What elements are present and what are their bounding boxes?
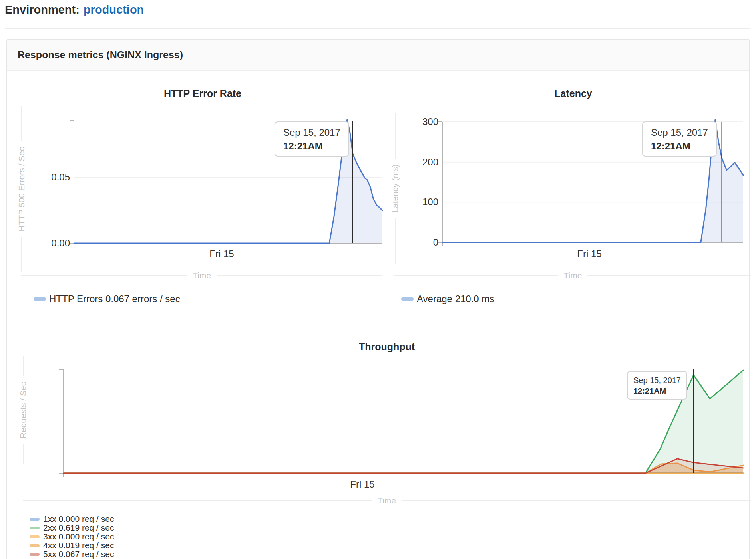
legend-swatch <box>30 544 40 547</box>
chart-http-error-rate: HTTP Error Rate HTTP 500 Errors / Sec Se… <box>17 77 388 320</box>
tooltip-time: 12:21AM <box>283 141 340 152</box>
hover-tooltip: Sep 15, 2017 12:21AM <box>627 371 687 400</box>
legend-swatch <box>30 553 40 556</box>
page-title: Environment:production <box>5 3 144 16</box>
throughput-plot[interactable] <box>17 336 756 559</box>
latency-plot[interactable] <box>390 77 756 320</box>
tooltip-date: Sep 15, 2017 <box>651 127 708 138</box>
legend-row: 2xx 0.619 req / sec <box>30 523 114 532</box>
legend-swatch <box>30 518 40 521</box>
tooltip-time: 12:21AM <box>651 141 708 152</box>
tooltip-time: 12:21AM <box>633 387 681 396</box>
environment-label: Environment: <box>5 3 80 16</box>
metrics-panel: Response metrics (NGINX Ingress) HTTP Er… <box>6 39 750 559</box>
legend-swatch <box>30 535 40 538</box>
legend-row: 5xx 0.067 req / sec <box>30 550 114 559</box>
tooltip-date: Sep 15, 2017 <box>633 376 681 385</box>
legend: HTTP Errors 0.067 errors / sec <box>34 293 180 305</box>
legend-row: 1xx 0.000 req / sec <box>30 515 114 523</box>
legend-label: 4xx 0.019 req / sec <box>43 541 114 550</box>
legend-row: 4xx 0.019 req / sec <box>30 541 114 550</box>
legend-row: HTTP Errors 0.067 errors / sec <box>34 293 180 305</box>
legend-swatch <box>34 297 46 301</box>
hover-tooltip: Sep 15, 2017 12:21AM <box>642 121 717 157</box>
tooltip-date: Sep 15, 2017 <box>283 127 340 138</box>
legend-swatch <box>401 297 414 301</box>
legend: 1xx 0.000 req / sec 2xx 0.619 req / sec … <box>30 515 114 559</box>
legend-swatch <box>30 527 40 529</box>
chart-latency: Latency Latency (ms) Sep 15, 2017 12:21A… <box>390 77 756 320</box>
chart-throughput: Throughput Requests / Sec Sep 15, 2017 1… <box>17 336 756 559</box>
error-rate-plot[interactable] <box>17 77 388 320</box>
legend-label: 2xx 0.619 req / sec <box>43 523 114 533</box>
legend-label: 5xx 0.067 req / sec <box>43 549 114 559</box>
legend-label: 3xx 0.000 req / sec <box>43 532 114 541</box>
hover-tooltip: Sep 15, 2017 12:21AM <box>275 121 349 157</box>
panel-title: Response metrics (NGINX Ingress) <box>7 40 749 71</box>
legend-label: HTTP Errors 0.067 errors / sec <box>49 293 180 305</box>
legend-label: Average 210.0 ms <box>417 293 494 305</box>
environment-link[interactable]: production <box>84 3 144 16</box>
legend-row: Average 210.0 ms <box>401 293 494 305</box>
legend-row: 3xx 0.000 req / sec <box>30 532 114 541</box>
legend: Average 210.0 ms <box>401 293 494 305</box>
header-divider <box>5 28 750 29</box>
legend-label: 1xx 0.000 req / sec <box>43 514 114 524</box>
